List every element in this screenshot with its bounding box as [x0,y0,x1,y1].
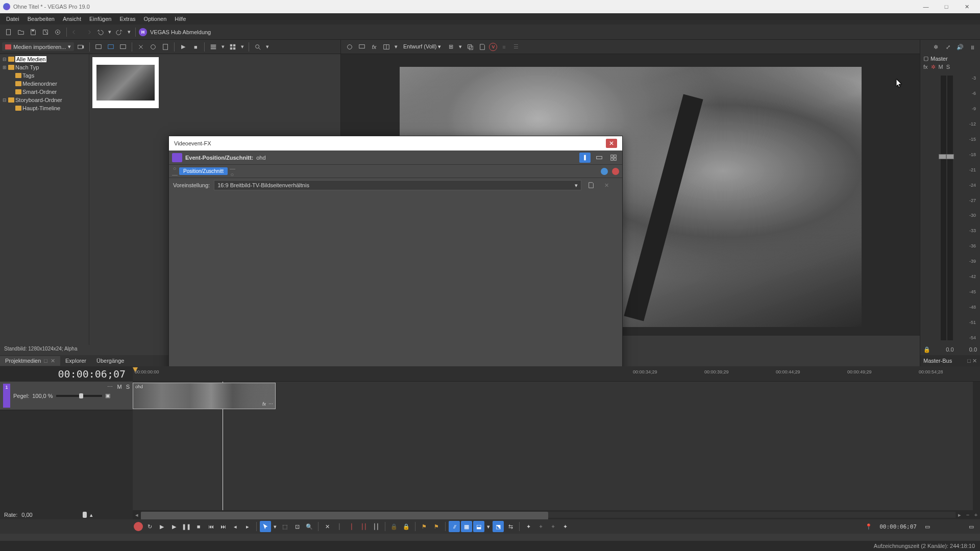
split-screen-icon[interactable] [381,41,392,53]
tree-smart-ordner[interactable]: Smart-Ordner [0,88,89,96]
close-button[interactable]: ✕ [957,0,977,13]
redo-icon[interactable] [114,27,125,38]
fx-b-icon[interactable]: ✦ [559,521,571,532]
media-thumbnail[interactable] [92,57,159,108]
tree-tags[interactable]: Tags [0,71,89,80]
level-slider[interactable] [56,395,102,397]
maximize-button[interactable]: □ [936,0,957,13]
loop-region-icon[interactable]: ▭ [922,521,933,532]
scroll-thumb[interactable] [141,512,548,520]
menu-einfuegen[interactable]: Einfügen [85,14,115,23]
master-bus-tab[interactable]: Master-Bus □ ✕ [920,355,980,366]
master-solo-button[interactable]: S [946,64,950,70]
quantize-toggle[interactable]: ▦ [461,521,472,532]
save-preset-icon[interactable] [585,180,597,191]
remove-plugin-icon[interactable] [612,168,619,175]
view-grid-dropdown-icon[interactable]: ▾ [239,41,246,53]
copy-snapshot-icon[interactable] [464,41,476,53]
pause-button[interactable]: ❚❚ [181,521,192,532]
cut-b-icon[interactable]: ⎮⎮ [358,521,370,532]
timecode-box[interactable]: 00:00:06;07 [0,366,133,382]
external-monitor-icon[interactable] [356,41,368,53]
hub-logout-link[interactable]: VEGAS Hub Abmeldung [150,29,211,35]
plugin-chip[interactable]: Position/Zuschnitt [179,167,228,175]
open-file-icon[interactable] [15,27,27,38]
import-media-button[interactable]: Medien importieren... ▾ [2,42,74,51]
trim-tool-icon[interactable]: ✕ [322,521,333,532]
clip-fx-icon[interactable]: fx [262,402,266,407]
prev-frame-button[interactable]: ◂ [230,521,241,532]
timecode-right[interactable]: 00:00:06;07 [879,523,917,530]
save-file-icon[interactable] [28,27,39,38]
marker-b-icon[interactable]: ⚑ [431,521,442,532]
screen-b-icon[interactable] [105,41,116,53]
fx-dialog[interactable]: Videoevent-FX ✕ Event-Position/Zuschnitt… [168,136,623,402]
timeline-hscroll[interactable]: ◂ ▸ − + [133,510,980,519]
zoom-out-icon[interactable]: − [964,512,972,518]
crossfade-toggle[interactable]: ⬔ [493,521,504,532]
go-end-button[interactable]: ⏭ [217,521,229,532]
master-dim-icon[interactable]: ⤢ [942,41,953,53]
track-area[interactable]: ohd fx ⋯ [133,382,973,510]
lock-button[interactable]: 🔒 [401,521,412,532]
play-button[interactable]: ▶ [168,521,180,532]
marker-position-icon[interactable]: 📍 [863,521,874,532]
capture-icon[interactable] [75,41,86,53]
stop-icon[interactable]: ■ [190,41,201,53]
next-frame-button[interactable]: ▸ [242,521,253,532]
fx-view-grid-button[interactable] [608,153,619,163]
undo-dropdown-icon[interactable]: ▾ [107,27,113,38]
preset-combo[interactable]: 16:9 Breitbild-TV-Bildseitenverhältnis ▾ [214,180,581,190]
remove-icon[interactable] [135,41,146,53]
redo-dropdown-icon[interactable]: ▾ [126,27,132,38]
screen-c-icon[interactable] [117,41,129,53]
menu-optionen[interactable]: Optionen [140,14,171,23]
menu-datei[interactable]: Datei [2,14,23,23]
fit-button[interactable]: ▭ [966,521,977,532]
snap-tool-icon[interactable]: ⊡ [291,521,303,532]
clip-menu-icon[interactable]: ⋯ [268,402,273,407]
fx-view-single-button[interactable] [594,153,605,163]
tab-explorer[interactable]: Explorer [60,356,91,365]
master-gear-icon[interactable]: ✲ [930,41,941,53]
ripple-icon[interactable]: ⇆ [505,521,516,532]
autofit-toggle[interactable]: ⬓ [473,521,484,532]
go-start-button[interactable]: ⏮ [205,521,216,532]
menu-bearbeiten[interactable]: Bearbeiten [23,14,59,23]
master-auto-icon[interactable]: ✲ [931,64,936,70]
tree-alle-medien[interactable]: ⊟Alle Medien [0,55,89,63]
media-props-icon[interactable] [148,41,159,53]
tree-medienordner[interactable]: Medienordner [0,80,89,88]
zoom-tool-icon[interactable]: 🔍 [304,521,315,532]
record-button[interactable] [134,522,143,531]
cut-a-icon[interactable]: ⎮ [346,521,357,532]
autofit-dropdown[interactable]: ▾ [485,521,492,532]
tab-close-icon[interactable]: ✕ [51,358,55,364]
video-fx-icon[interactable]: fx [369,41,380,53]
tool-dropdown-icon[interactable]: ▾ [272,521,278,532]
video-track-header[interactable]: 1 ⋯ M S Pegel: 100,0 % ▣ [0,382,133,410]
master-mute-button[interactable]: M [939,64,943,70]
marker-a-icon[interactable]: ⚑ [419,521,430,532]
preview-props-icon[interactable] [344,41,355,53]
master-fx-button[interactable]: fx [923,64,928,70]
menu-hilfe[interactable]: Hilfe [170,14,190,23]
tree-haupt-timeline[interactable]: Haupt-Timeline [0,104,89,112]
tree-nach-typ[interactable]: ⊞Nach Typ [0,63,89,71]
loop-button[interactable]: ↻ [144,521,155,532]
more-icon[interactable]: ⋯ [107,384,113,390]
view-dropdown-icon[interactable]: ▾ [220,41,226,53]
automation-icon[interactable]: ▣ [105,392,110,399]
normal-edit-tool[interactable] [260,521,271,532]
master-sliders-icon[interactable]: ⫼ [967,41,978,53]
save-snapshot-icon[interactable] [477,41,488,53]
media-fx-icon[interactable] [160,41,171,53]
search-icon[interactable] [252,41,263,53]
video-clip[interactable]: ohd fx ⋯ [133,383,276,409]
pan-crop-icon[interactable] [172,153,182,162]
search-dropdown-icon[interactable]: ▾ [264,41,271,53]
quality-dropdown[interactable]: Entwurf (Voll) ▾ [400,42,444,51]
screen-a-icon[interactable] [93,41,104,53]
tab-projektmedien[interactable]: Projektmedien□✕ [0,356,60,366]
undo-icon[interactable] [94,27,106,38]
